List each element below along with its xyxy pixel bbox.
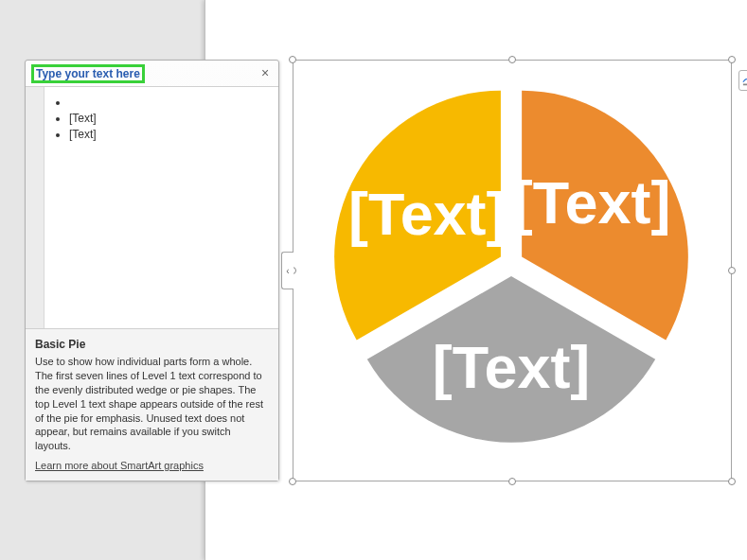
desc-title: Basic Pie (35, 337, 269, 352)
pie-wedge-label-1: [Text] (433, 334, 591, 400)
smartart-pie[interactable]: [Text] [Text] [Text] (336, 89, 686, 439)
layout-options-icon[interactable] (738, 70, 747, 91)
text-pane-gutter (26, 87, 44, 328)
bullet-item[interactable]: [Text] (69, 112, 271, 125)
smartart-selection-frame[interactable]: ‹ [Text] [Text] [Text] (293, 60, 732, 481)
text-pane-toggle[interactable]: ‹ (281, 252, 293, 289)
bullet-item[interactable] (69, 96, 271, 109)
svg-rect-0 (743, 84, 747, 86)
pie-wedge-label-0: [Text] (513, 169, 671, 236)
resize-handle[interactable] (728, 267, 736, 274)
resize-handle[interactable] (508, 478, 516, 485)
text-pane-description: Basic Pie Use to show how individual par… (26, 328, 278, 481)
resize-handle[interactable] (289, 478, 296, 485)
resize-handle[interactable] (728, 56, 736, 63)
resize-handle[interactable] (289, 56, 296, 63)
smartart-text-pane: Type your text here × [Text] [Text] Basi… (25, 60, 279, 481)
text-pane-header: Type your text here × (26, 61, 278, 87)
resize-handle[interactable] (728, 478, 736, 485)
text-pane-list[interactable]: [Text] [Text] (44, 87, 278, 328)
learn-more-link[interactable]: Learn more about SmartArt graphics (35, 459, 204, 473)
text-pane-title[interactable]: Type your text here (36, 67, 140, 80)
desc-body: Use to show how individual parts form a … (35, 355, 269, 453)
bullet-item[interactable]: [Text] (69, 128, 271, 141)
close-icon[interactable]: × (258, 66, 273, 81)
pie-wedge-label-2: [Text] (348, 181, 507, 247)
highlight-box: Type your text here (31, 64, 145, 83)
resize-handle[interactable] (508, 56, 516, 63)
